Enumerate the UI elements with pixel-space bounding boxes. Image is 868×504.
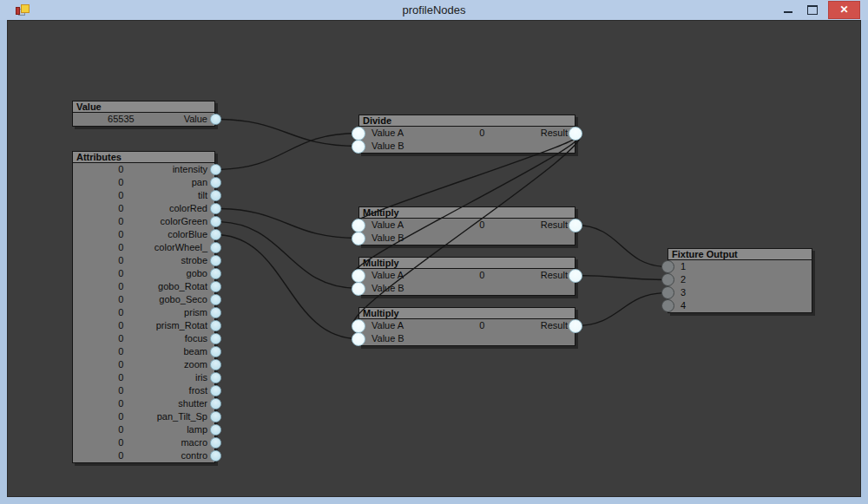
node-divide[interactable]: DivideValue A0ResultValue B — [358, 115, 575, 154]
node-multiply1[interactable]: MultiplyValue A0ResultValue B — [358, 206, 575, 245]
port-attributes-out9[interactable] — [210, 281, 221, 292]
port-multiply2-in1[interactable] — [352, 282, 365, 296]
row-value[interactable]: 0 — [73, 202, 169, 215]
port-attributes-out12[interactable] — [210, 320, 221, 331]
node-row: 0colorWheel_ — [73, 241, 214, 254]
port-attributes-out10[interactable] — [210, 294, 221, 305]
port-attributes-out19[interactable] — [210, 411, 221, 422]
port-attributes-out20[interactable] — [210, 424, 221, 435]
port-multiply3-in0[interactable] — [352, 319, 365, 333]
row-value[interactable]: 0 — [73, 410, 169, 423]
row-value[interactable]: 0 — [73, 189, 169, 202]
node-multiply2[interactable]: MultiplyValue A0ResultValue B — [358, 257, 575, 296]
row-value[interactable]: 0 — [73, 176, 169, 189]
port-attributes-out16[interactable] — [210, 372, 221, 383]
wire-multiply3:result-fixture:in2 — [575, 293, 667, 326]
row-label: Value B — [372, 282, 404, 295]
row-label: gobo_Seco — [159, 293, 207, 306]
port-multiply1-result[interactable] — [569, 219, 582, 232]
port-attributes-out14[interactable] — [210, 346, 221, 357]
port-attributes-out7[interactable] — [210, 255, 221, 266]
node-title-multiply2[interactable]: Multiply — [359, 258, 575, 269]
row-label: beam — [183, 345, 207, 358]
node-row: 0zoom — [73, 358, 214, 371]
port-attributes-out18[interactable] — [210, 398, 221, 409]
node-title-fixture[interactable]: Fixture Output — [668, 249, 812, 260]
port-attributes-out8[interactable] — [210, 268, 221, 279]
row-value[interactable]: 0 — [73, 280, 169, 293]
minimize-icon — [784, 11, 792, 13]
row-value[interactable]: 0 — [73, 293, 169, 306]
port-multiply3-result[interactable] — [569, 319, 582, 333]
close-button[interactable]: ✕ — [828, 1, 860, 19]
minimize-button[interactable] — [778, 0, 799, 19]
node-row: 0colorRed — [73, 202, 214, 215]
port-attributes-out6[interactable] — [210, 242, 221, 253]
wire-attributes:out4-multiply2:in1 — [215, 222, 358, 289]
row-label: colorWheel_ — [155, 241, 207, 254]
port-divide-result[interactable] — [569, 127, 582, 141]
row-value[interactable]: 0 — [73, 384, 169, 397]
row-label: contro — [181, 449, 207, 462]
port-divide-in1[interactable] — [352, 140, 365, 154]
row-label: 3 — [681, 286, 686, 299]
port-multiply1-in1[interactable] — [352, 232, 365, 245]
row-value[interactable]: 0 — [73, 254, 169, 267]
node-title-attributes[interactable]: Attributes — [73, 152, 214, 163]
row-value[interactable]: 65535 — [73, 113, 169, 126]
row-value[interactable]: 0 — [73, 228, 169, 241]
port-multiply2-in0[interactable] — [352, 269, 365, 283]
row-value[interactable]: 0 — [73, 267, 169, 280]
port-fixture-in1[interactable] — [661, 273, 674, 286]
port-attributes-out21[interactable] — [210, 437, 221, 448]
port-attributes-out0[interactable] — [210, 164, 221, 175]
port-attributes-out3[interactable] — [210, 203, 221, 214]
row-value[interactable]: 0 — [73, 163, 169, 176]
port-attributes-out13[interactable] — [210, 333, 221, 344]
node-row: 0tilt — [73, 189, 214, 202]
row-value[interactable]: 0 — [73, 358, 169, 371]
node-value[interactable]: Value65535Value — [72, 101, 215, 127]
port-multiply1-in0[interactable] — [352, 219, 365, 232]
row-value[interactable]: 0 — [73, 332, 169, 345]
port-multiply3-in1[interactable] — [352, 332, 365, 346]
port-attributes-out11[interactable] — [210, 307, 221, 318]
row-value[interactable]: 0 — [73, 423, 169, 436]
row-value[interactable]: 0 — [73, 397, 169, 410]
port-attributes-out5[interactable] — [210, 229, 221, 240]
node-title-divide[interactable]: Divide — [359, 115, 575, 127]
port-fixture-in0[interactable] — [661, 260, 674, 273]
row-value[interactable]: 0 — [73, 319, 169, 332]
result-label: Result — [541, 219, 568, 232]
port-fixture-in3[interactable] — [661, 299, 674, 312]
row-label: Value A — [372, 269, 404, 282]
port-multiply2-result[interactable] — [569, 269, 582, 283]
port-divide-in0[interactable] — [352, 127, 365, 141]
row-value[interactable]: 0 — [73, 449, 169, 462]
node-row: Value A0Result — [359, 319, 575, 332]
row-value[interactable]: 0 — [73, 345, 169, 358]
node-row: 0gobo — [73, 267, 214, 280]
row-value[interactable]: 0 — [73, 306, 169, 319]
port-attributes-out1[interactable] — [210, 177, 221, 188]
titlebar[interactable]: profileNodes ✕ — [0, 0, 868, 20]
port-attributes-out17[interactable] — [210, 385, 221, 396]
port-attributes-out4[interactable] — [210, 216, 221, 227]
node-fixture[interactable]: Fixture Output1234 — [667, 248, 812, 313]
port-attributes-out22[interactable] — [210, 450, 221, 461]
row-value[interactable]: 0 — [73, 215, 169, 228]
port-fixture-in2[interactable] — [661, 286, 674, 299]
maximize-button[interactable] — [802, 0, 823, 19]
row-value[interactable]: 0 — [73, 436, 169, 449]
node-multiply3[interactable]: MultiplyValue A0ResultValue B — [358, 307, 575, 346]
node-title-multiply3[interactable]: Multiply — [359, 308, 575, 319]
port-attributes-out15[interactable] — [210, 359, 221, 370]
node-row: Value B — [359, 282, 575, 295]
row-value[interactable]: 0 — [73, 371, 169, 384]
node-canvas[interactable]: Value65535ValueAttributes0intensity0pan0… — [7, 20, 861, 497]
port-attributes-out2[interactable] — [210, 190, 221, 201]
port-value-out0[interactable] — [210, 114, 221, 125]
node-attributes[interactable]: Attributes0intensity0pan0tilt0colorRed0c… — [72, 151, 215, 463]
node-title-value[interactable]: Value — [73, 101, 214, 113]
node-title-multiply1[interactable]: Multiply — [359, 207, 575, 219]
